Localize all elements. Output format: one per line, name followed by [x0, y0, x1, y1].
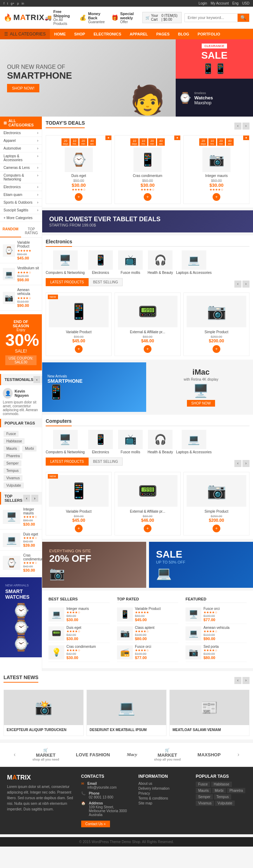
cat-laptops[interactable]: Laptops & Accessories›: [0, 152, 42, 164]
list-item[interactable]: Sports & Outdoors›: [0, 199, 42, 206]
news-card-2[interactable]: 📰 MEATLOAF SALAMI VENIAM: [169, 690, 249, 736]
elec-cat-4[interactable]: 💻 Laptops & Accessories: [176, 250, 212, 275]
cat-apparel[interactable]: Apparel›: [0, 137, 42, 144]
comp-next[interactable]: ›: [242, 460, 249, 467]
elec-next[interactable]: ›: [242, 281, 249, 288]
brand-next[interactable]: ›: [238, 751, 239, 758]
tag-1[interactable]: Habitasse: [4, 438, 25, 444]
footer-link-terms[interactable]: Terms & conditions: [138, 796, 189, 800]
tag-2[interactable]: Mauris: [4, 446, 20, 452]
clearance-sale-banner[interactable]: CLEARANCE SALE 📱📱: [176, 39, 253, 79]
footer-link-privacy[interactable]: Privacy: [138, 791, 189, 795]
search-input[interactable]: [185, 14, 238, 22]
add-cart-elec-1[interactable]: +: [144, 345, 151, 353]
promo-sale-banner[interactable]: SALE UP TO 50% OFF 💻: [149, 542, 253, 588]
brand-1[interactable]: LOVE FASHION: [76, 752, 110, 757]
footer-tag-4[interactable]: Pharetra: [227, 788, 245, 793]
footer-tag-1[interactable]: Habitasse: [211, 782, 232, 787]
cat-automotive[interactable]: Automotive›: [0, 145, 42, 152]
tag-3[interactable]: Morbi: [22, 446, 37, 452]
footer-link-about[interactable]: About us: [138, 782, 189, 785]
comp-cat-0[interactable]: 🖥️ Computers & Networking: [46, 430, 85, 454]
nav-portfolio[interactable]: PORTFOLIO: [193, 29, 224, 39]
elec-cat-3[interactable]: 🎧 Health & Beauty: [146, 250, 174, 275]
tag-8[interactable]: Vulputate: [4, 482, 24, 488]
brand-2[interactable]: Macy: [127, 752, 137, 757]
footer-link-sitemap[interactable]: Site map: [138, 801, 189, 805]
list-item[interactable]: Etiam quam›: [0, 191, 42, 199]
footer-tag-6[interactable]: Tempus: [214, 794, 231, 800]
nav-home[interactable]: HOME: [50, 29, 70, 39]
nav-shop[interactable]: SHOP: [70, 29, 89, 39]
news-card-0[interactable]: 📸 EXCEPTEUR ALIQUIP TURDUCKEN: [4, 690, 84, 736]
cat-electronics2[interactable]: Electronics›: [0, 183, 42, 191]
nav-electronics[interactable]: ELECTRONICS: [89, 29, 125, 39]
tab-best-comp[interactable]: BEST SELLING: [89, 458, 123, 466]
cat-etiam[interactable]: Etiam quam›: [0, 191, 42, 198]
cat-computers[interactable]: Computers & Networking›: [0, 172, 42, 183]
list-item[interactable]: Automotive›: [0, 145, 42, 152]
elec-cat-2[interactable]: 📺 Fusce mollis: [116, 250, 144, 275]
news-next[interactable]: ›: [242, 677, 249, 684]
cat-more[interactable]: + More Categories: [0, 214, 42, 222]
list-item[interactable]: Apparel›: [0, 137, 42, 145]
add-cart-comp-0[interactable]: +: [75, 525, 83, 532]
tag-7[interactable]: Vivamus: [4, 475, 22, 481]
login-link[interactable]: Login: [199, 1, 207, 5]
add-to-cart-0[interactable]: +: [75, 193, 83, 201]
cat-cameras[interactable]: Cameras & Lens›: [0, 164, 42, 171]
facebook-link[interactable]: f: [4, 2, 5, 5]
tablet-banner[interactable]: OUR LOWEST EVER TABLET DEALS STARTING FR…: [42, 210, 253, 232]
imac-promo-banner[interactable]: iMac with Retina 4K display 🖥️ SHOP NOW: [149, 362, 253, 412]
elec-cat-0[interactable]: 🖥️ Computers & Networking: [46, 250, 85, 275]
social-links[interactable]: f t g+ p in: [4, 1, 26, 5]
comp-cat-4[interactable]: 💻 Laptops & Accessories: [176, 430, 212, 454]
my-account-link[interactable]: My Account: [210, 1, 229, 5]
list-item[interactable]: Cameras & Lens›: [0, 164, 42, 172]
smartwatch-banner[interactable]: NEW ARRIVALS SMART WATCHES ⌚⌚⌚: [0, 577, 42, 657]
elec-prev[interactable]: ‹: [234, 281, 241, 288]
news-prev[interactable]: ‹: [234, 677, 241, 684]
list-item[interactable]: Suscipit Sagittis›: [0, 206, 42, 214]
cat-electronics[interactable]: Electronics›: [0, 129, 42, 137]
twitter-link[interactable]: t: [7, 2, 8, 5]
comp-prev[interactable]: ‹: [234, 460, 241, 467]
hero-shop-button[interactable]: SHOP NOW!: [7, 84, 39, 92]
elec-cat-1[interactable]: 📱 Electronics: [86, 250, 115, 275]
tab-best-selling-elec[interactable]: BEST SELLING: [89, 278, 123, 286]
tag-5[interactable]: Semper: [4, 460, 21, 466]
search-button[interactable]: 🔍: [238, 14, 249, 22]
list-item[interactable]: Electronics›: [0, 129, 42, 137]
add-cart-elec-2[interactable]: +: [213, 345, 220, 353]
footer-link-delivery[interactable]: Delivery information: [138, 787, 189, 790]
tag-0[interactable]: Fusce: [4, 431, 19, 437]
sidebar-categories-header[interactable]: ⊞ ALL CATEGORIES: [0, 117, 42, 129]
tab-latest-comp[interactable]: LATEST PRODUCTS: [46, 458, 89, 466]
brand-4[interactable]: MAXSHOP: [197, 752, 221, 757]
promo-20off-banner[interactable]: EVERYTHING ON SITE 20% OFF 📷: [42, 542, 146, 588]
add-to-cart-1[interactable]: +: [144, 193, 151, 201]
tag-6[interactable]: Tempus: [4, 468, 21, 474]
pinterest-link[interactable]: p: [17, 2, 19, 5]
footer-tag-3[interactable]: Morbi: [212, 788, 226, 793]
tab-top-rating[interactable]: TOP RATING: [21, 225, 42, 237]
comp-cat-3[interactable]: 🎧 Health & Beauty: [146, 430, 174, 454]
add-cart-comp-1[interactable]: +: [144, 525, 151, 532]
tab-random[interactable]: RANDOM: [0, 225, 21, 237]
all-categories-nav[interactable]: ☰ ALL CATEGORIES: [0, 29, 50, 39]
footer-tag-5[interactable]: Semper: [196, 794, 213, 800]
contact-us-button[interactable]: Contact Us »: [81, 821, 110, 827]
footer-tag-0[interactable]: Fusce: [196, 782, 210, 787]
list-item[interactable]: Computers & Networking›: [0, 172, 42, 183]
logo[interactable]: 🔥 MATRIX: [4, 13, 45, 22]
watches-banner[interactable]: ⌚ timeless Watches Maxshop: [176, 79, 253, 117]
list-item[interactable]: Electronics›: [0, 183, 42, 191]
cat-suscipit[interactable]: Suscipit Sagittis›: [0, 206, 42, 214]
add-cart-comp-2[interactable]: +: [213, 525, 220, 532]
testimonials-prev[interactable]: ‹: [33, 376, 40, 383]
cart-box[interactable]: 🛒 Your Cart 0 ITEM(S) | $0.00: [142, 12, 182, 23]
list-item[interactable]: Laptops & Accessories›: [0, 152, 42, 164]
cat-sports[interactable]: Sports & Outdoors›: [0, 199, 42, 206]
top-sellers-next[interactable]: ›: [31, 495, 38, 502]
nav-pages[interactable]: PAGES: [152, 29, 174, 39]
